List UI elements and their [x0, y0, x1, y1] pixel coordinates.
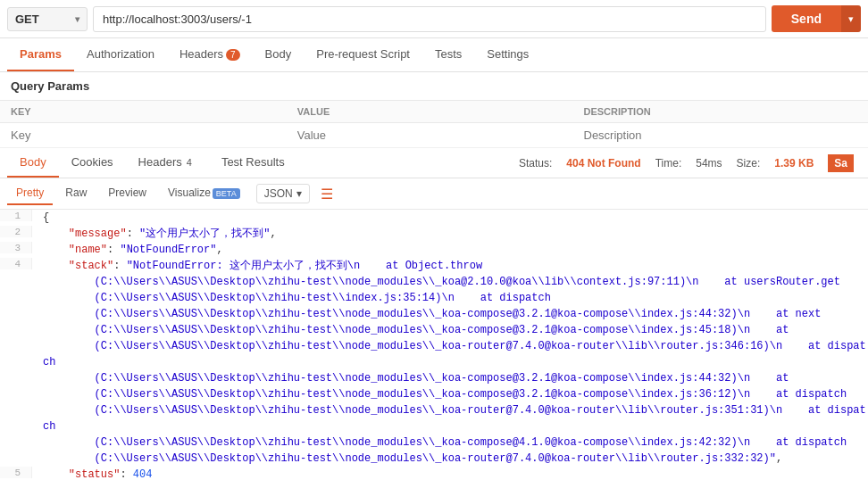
size-label: Size: [737, 157, 761, 170]
url-input[interactable] [93, 6, 766, 32]
code-line-5: 5 "status": 404 [0, 467, 868, 480]
line-num-3: 3 [0, 242, 32, 253]
params-row-empty [0, 123, 868, 148]
code-toolbar: Pretty Raw Preview VisualizeBETA JSON ▾ … [0, 178, 868, 210]
col-value: VALUE [287, 101, 573, 123]
headers-badge: 7 [226, 49, 240, 61]
response-tabs-row: Body Cookies Headers4 Test Results Statu… [0, 148, 868, 178]
response-status-bar: Status: 404 Not Found Time: 54ms Size: 1… [519, 154, 861, 172]
top-bar: GET ▾ Send ▾ [0, 0, 868, 38]
response-headers-badge: 4 [182, 156, 196, 169]
line-num-4: 4 [0, 258, 32, 269]
line-content-4: "stack": "NotFoundError: 这个用户太小了，找不到\n a… [32, 258, 868, 467]
value-input[interactable] [297, 128, 563, 142]
key-input[interactable] [11, 128, 276, 142]
line-num-5: 5 [0, 467, 32, 478]
response-tab-test-results[interactable]: Test Results [209, 148, 297, 178]
send-btn-group: Send ▾ [772, 5, 861, 32]
time-label: Time: [655, 157, 682, 170]
code-line-1: 1 { [0, 210, 868, 226]
code-area: 1 { 2 "message": "这个用户太小了，找不到", 3 "name"… [0, 210, 868, 480]
line-content-5: "status": 404 [32, 467, 868, 480]
line-content-2: "message": "这个用户太小了，找不到", [32, 226, 868, 242]
time-value: 54ms [696, 157, 722, 170]
method-chevron-icon: ▾ [75, 14, 79, 24]
method-select[interactable]: GET ▾ [7, 7, 88, 31]
response-tab-cookies[interactable]: Cookies [59, 148, 126, 178]
tab-settings[interactable]: Settings [474, 38, 541, 71]
line-content-3: "name": "NotFoundError", [32, 242, 868, 258]
tab-prerequest[interactable]: Pre-request Script [304, 38, 422, 71]
status-label: Status: [519, 157, 552, 170]
tab-tests[interactable]: Tests [422, 38, 474, 71]
description-input[interactable] [584, 128, 858, 142]
method-label: GET [15, 12, 39, 26]
code-line-2: 2 "message": "这个用户太小了，找不到", [0, 226, 868, 242]
code-tab-raw[interactable]: Raw [56, 182, 96, 205]
response-tab-body[interactable]: Body [7, 148, 59, 178]
send-button[interactable]: Send [772, 5, 841, 32]
send-dropdown-button[interactable]: ▾ [841, 5, 861, 32]
tab-params[interactable]: Params [7, 38, 74, 71]
tab-authorization[interactable]: Authorization [74, 38, 167, 71]
code-tab-preview[interactable]: Preview [99, 182, 155, 205]
params-table: KEY VALUE DESCRIPTION [0, 100, 868, 148]
json-format-select[interactable]: JSON ▾ [256, 184, 310, 203]
query-params-title: Query Params [0, 72, 868, 100]
code-line-4: 4 "stack": "NotFoundError: 这个用户太小了，找不到\n… [0, 258, 868, 467]
col-key: KEY [0, 101, 287, 123]
code-line-3: 3 "name": "NotFoundError", [0, 242, 868, 258]
beta-badge: BETA [213, 188, 240, 199]
size-value: 1.39 KB [774, 157, 814, 170]
code-tab-pretty[interactable]: Pretty [7, 182, 53, 205]
tab-body[interactable]: Body [253, 38, 305, 71]
tab-headers[interactable]: Headers7 [167, 38, 253, 71]
col-description: DESCRIPTION [573, 101, 869, 123]
response-tab-headers[interactable]: Headers4 [126, 148, 209, 178]
json-chevron-icon: ▾ [296, 187, 302, 200]
code-tab-visualize[interactable]: VisualizeBETA [159, 182, 249, 205]
status-value: 404 Not Found [566, 157, 640, 170]
request-tabs: Params Authorization Headers7 Body Pre-r… [0, 38, 868, 72]
json-format-label: JSON [264, 187, 293, 200]
line-num-1: 1 [0, 210, 32, 221]
line-num-2: 2 [0, 226, 32, 237]
line-content-1: { [32, 210, 868, 226]
sa-badge[interactable]: Sa [828, 154, 854, 172]
wrap-icon[interactable]: ☰ [321, 186, 333, 203]
